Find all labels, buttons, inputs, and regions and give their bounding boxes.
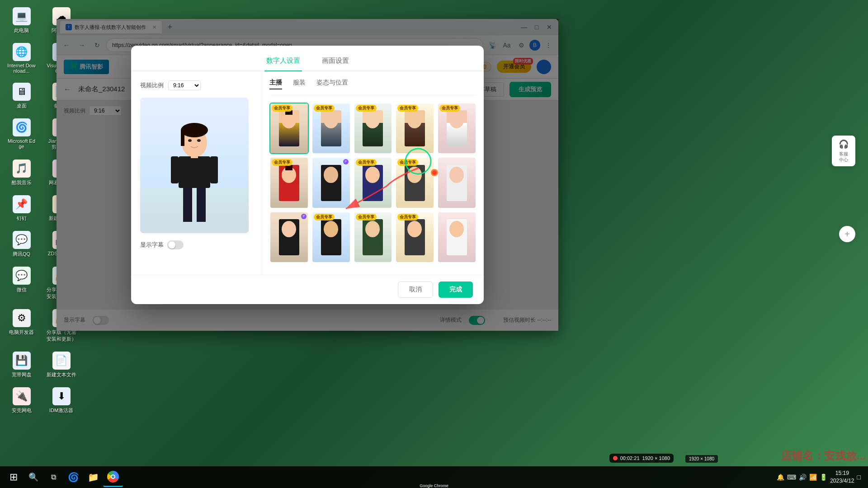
svg-point-34	[407, 167, 422, 183]
modal-body: 视频比例 9:16 16:9	[131, 71, 484, 275]
modal-footer: 取消 完成	[131, 275, 484, 304]
presenter-tabs: 主播 服装 姿态与位置	[269, 79, 476, 95]
svg-point-46	[449, 221, 464, 237]
member-badge-8: 会员专享	[356, 159, 377, 166]
avatar-card-5[interactable]: 会员专享	[437, 103, 476, 154]
modal-ratio-select[interactable]: 9:16 16:9	[168, 80, 201, 90]
modal-right-panel: 主播 服装 姿态与位置 会员专享	[262, 71, 484, 275]
svg-rect-3	[197, 186, 206, 222]
avatar-card-7[interactable]: P	[311, 157, 351, 208]
desktop-icon-qq[interactable]: 💬 腾讯QQ	[5, 228, 38, 260]
modal-dialog: 数字人设置 画面设置 视频比例 9:16 16:9	[131, 46, 484, 304]
member-badge-3: 会员专享	[356, 105, 377, 112]
desktop-icon-bandwagon[interactable]: 💾 宽带网盘	[5, 349, 38, 381]
svg-rect-6	[210, 156, 218, 183]
search-button[interactable]: 🔍	[24, 467, 43, 487]
svg-point-25	[449, 112, 464, 128]
tab-canvas-settings[interactable]: 画面设置	[320, 53, 351, 71]
member-badge-13: 会员专享	[356, 214, 377, 221]
avatar-card-8[interactable]: 会员专享	[354, 157, 393, 208]
desktop-icon-internet[interactable]: 🌐 Internet Download...	[5, 40, 38, 76]
modal-tabs: 数字人设置 画面设置	[131, 46, 484, 71]
avatar-preview	[140, 98, 249, 233]
tab-digital-person[interactable]: 数字人设置	[264, 53, 302, 71]
svg-point-42	[365, 221, 380, 237]
modal-overlay: 数字人设置 画面设置 视频比例 9:16 16:9	[57, 19, 558, 331]
svg-point-36	[449, 167, 464, 183]
member-badge-4: 会员专享	[397, 105, 418, 112]
svg-point-14	[197, 139, 201, 142]
member-badge-9: 会员专享	[397, 159, 418, 166]
presenter-tab-pose[interactable]: 姿态与位置	[316, 79, 348, 89]
desktop: 💻 此电脑 ☁ 阿里云盘 🌐 Internet Download... ⬡ Vi…	[0, 0, 868, 488]
modal-left-panel: 视频比例 9:16 16:9	[131, 71, 262, 275]
avatar-card-9[interactable]: 会员专享	[395, 157, 434, 208]
desktop-icon-newtext[interactable]: 📄 新建文本文件	[44, 349, 78, 381]
avatar-card-4[interactable]: 会员专享	[395, 103, 434, 154]
avatar-svg	[140, 98, 249, 233]
add-button-floating[interactable]: +	[839, 226, 855, 242]
recording-widget: 00:02:21 868 × 488	[609, 454, 674, 463]
member-badge-2: 会员专享	[314, 105, 335, 112]
presenter-tab-anchor[interactable]: 主播	[269, 79, 282, 89]
avatar-grid: 会员专享 会员专享 会员专享	[269, 103, 476, 265]
svg-point-40	[324, 221, 338, 237]
desktop-icon-dingding[interactable]: 📌 钉钉	[5, 192, 38, 225]
svg-point-21	[365, 112, 380, 128]
svg-rect-4	[179, 156, 210, 188]
taskbar-time: 15:19 2023/4/12	[830, 469, 854, 485]
member-badge-5: 会员专享	[439, 105, 460, 112]
member-badge-12: 会员专享	[314, 214, 335, 221]
svg-point-13	[188, 139, 192, 142]
chrome-taskbar-button[interactable]	[103, 467, 123, 487]
desktop-icon-edge[interactable]: 🌀 Microsoft Edge	[5, 116, 38, 153]
start-button[interactable]: ⊞	[4, 467, 24, 487]
svg-point-9	[181, 123, 208, 137]
svg-point-38	[282, 221, 296, 237]
avatar-card-3[interactable]: 会员专享	[354, 103, 393, 154]
desktop-icon-security[interactable]: 🔌 安兜网电	[5, 385, 38, 417]
explorer-taskbar-button[interactable]: 📁	[83, 467, 103, 487]
customer-service-btn[interactable]: 🎧 客服中心	[832, 136, 855, 166]
chrome-label: Google Chrome	[123, 467, 143, 487]
avatar-card-2[interactable]: 会员专享	[311, 103, 351, 154]
modal-ratio-label: 视频比例	[140, 81, 164, 89]
avatar-card-6[interactable]: 会员专享	[269, 157, 309, 208]
avatar-card-11[interactable]: P	[269, 211, 309, 263]
desktop-icon-wechat[interactable]: 💬 微信	[5, 264, 38, 303]
modal-ratio-row: 视频比例 9:16 16:9	[140, 80, 253, 90]
avatar-card-14[interactable]: 会员专享	[395, 211, 434, 263]
modal-display-toggle-row: 显示字幕	[140, 240, 253, 249]
member-badge-14: 会员专享	[397, 214, 418, 221]
desktop-icon-desktop[interactable]: 🖥 桌面	[5, 80, 38, 112]
corner-watermark: 店铺名：安戎放...	[781, 449, 866, 463]
modal-display-toggle[interactable]	[167, 240, 184, 249]
recording-indicator	[613, 456, 618, 460]
edge-taskbar-button[interactable]: 🌀	[63, 467, 83, 487]
desktop-icon-devtools[interactable]: ⚙ 电脑开发器	[5, 306, 38, 345]
avatar-card-12[interactable]: 会员专享	[311, 211, 351, 263]
presenter-tab-outfit[interactable]: 服装	[293, 79, 306, 89]
screen-size-display: 868 × 488	[685, 455, 718, 463]
desktop-icon-kuwo[interactable]: 🎵 酷我音乐	[5, 157, 38, 189]
svg-rect-5	[171, 156, 179, 183]
member-badge-6: 会员专享	[272, 159, 292, 166]
desktop-icon-idm[interactable]: ⬇ IDM激活器	[44, 385, 78, 417]
avatar-card-15[interactable]	[437, 211, 476, 263]
modal-toggle-knob	[168, 241, 175, 249]
svg-rect-10	[181, 130, 184, 146]
avatar-card-13[interactable]: 会员专享	[354, 211, 393, 263]
confirm-button[interactable]: 完成	[439, 282, 473, 298]
cancel-button[interactable]: 取消	[398, 282, 433, 298]
desktop-icon-pc[interactable]: 💻 此电脑	[5, 5, 38, 37]
avatar-card-1[interactable]: 会员专享	[269, 103, 309, 154]
svg-point-30	[324, 167, 338, 183]
taskbar: ⊞ 🔍 ⧉ 🌀 📁 Google Chrome 🔔 ⌨	[0, 466, 868, 488]
svg-point-32	[365, 167, 380, 183]
task-view-button[interactable]: ⧉	[43, 467, 63, 487]
svg-rect-2	[183, 186, 192, 222]
svg-point-23	[407, 112, 422, 128]
member-badge-1: 会员专享	[272, 105, 292, 112]
avatar-card-10[interactable]	[437, 157, 476, 208]
svg-point-44	[407, 221, 422, 237]
